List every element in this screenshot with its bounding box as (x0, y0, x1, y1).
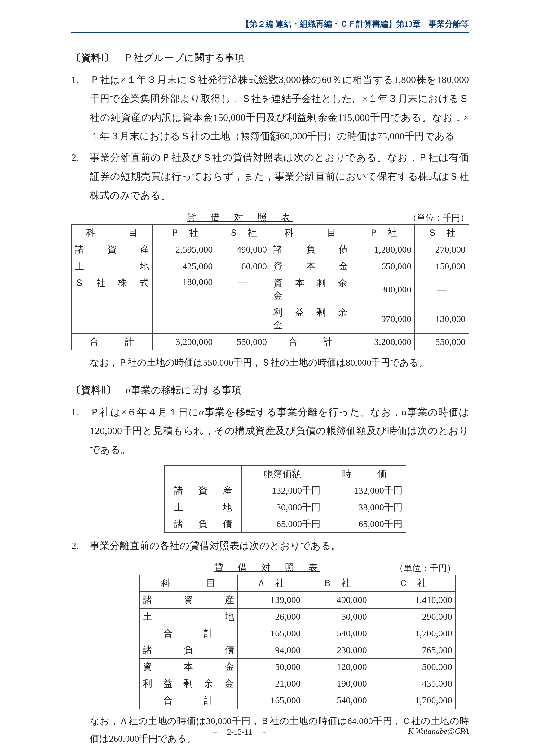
item-number: 1. (71, 70, 90, 146)
cell: 負 (306, 243, 316, 256)
cell: 139,000 (238, 591, 304, 608)
cell: 諸 (75, 243, 84, 256)
cell: 3,200,000 (153, 333, 216, 350)
cell: 合 計 (288, 336, 333, 348)
cell: 2,595,000 (153, 241, 216, 258)
cell: 130,000 (415, 304, 469, 333)
cell: 540,000 (304, 692, 370, 709)
cell: 利 益 剰 余 金 (143, 677, 234, 690)
cell: 諸 (143, 644, 152, 657)
section2-title: 〔資料Ⅱ〕 α事業の移転に関する事項 (71, 384, 469, 397)
cell: 540,000 (304, 625, 370, 642)
cell: 26,000 (238, 608, 304, 625)
section1-title: 〔資料Ⅰ〕 Ｐ社グループに関する事項 (71, 51, 469, 65)
cell: 地 (223, 501, 232, 514)
item-text: 事業分離直前の各社の貸借対照表は次のとおりである。 (90, 536, 469, 555)
page-header: 【第２編 連結・組織再編・ＣＦ計算書編】第13章 事業分離等 (71, 18, 469, 33)
cell: 資 (107, 243, 117, 256)
col-head: Ａ 社 (238, 575, 304, 591)
cell: 諸 (174, 484, 183, 497)
col-head: Ｐ 社 (351, 224, 415, 241)
cell: 金 (339, 260, 348, 273)
cell: 諸 (273, 243, 283, 256)
col-head: Ｓ 社 (415, 224, 469, 241)
cell: 利 益 剰 余 金 (273, 306, 348, 332)
cell: 165,000 (238, 692, 304, 709)
cell: Ｓ 社 株 式 (75, 277, 149, 289)
cell: 資 (273, 260, 283, 273)
cell: 300,000 (351, 275, 415, 304)
cell: 資 (184, 594, 193, 607)
cell: 債 (223, 518, 232, 530)
cell: 180,000 (153, 275, 216, 333)
cell: 132,000千円 (242, 482, 324, 499)
balance-sheet-3: 科 目 Ａ 社 Ｂ 社 Ｃ 社 諸資産 139,000 490,000 1,41… (139, 575, 456, 709)
list-item: 1. Ｐ社は×１年３月末にＳ社発行済株式総数3,000株の60％に相当する1,8… (71, 70, 469, 146)
cell: 1,280,000 (351, 241, 415, 258)
cell: 負 (198, 518, 208, 530)
section1-text: Ｐ社グループに関する事項 (114, 52, 244, 63)
cell: 21,000 (238, 675, 304, 692)
cell: 490,000 (216, 241, 270, 258)
cell: 290,000 (370, 608, 455, 625)
col-head: 科 目 (285, 227, 337, 239)
cell: 地 (140, 260, 149, 273)
cell: 1,700,000 (370, 625, 455, 642)
table3-unit: （単位：千円） (395, 562, 456, 574)
cell: 50,000 (304, 608, 370, 625)
item-number: 1. (71, 403, 90, 459)
cell: 165,000 (238, 625, 304, 642)
cell: 500,000 (370, 659, 455, 675)
cell: 負 (184, 644, 193, 657)
cell: 債 (225, 644, 234, 657)
balance-sheet-1: 科 目 Ｐ 社 Ｓ 社 科 目 Ｐ 社 Ｓ 社 諸資産 2,595,000 49… (71, 224, 469, 350)
cell: 資 (198, 484, 208, 497)
cell: 425,000 (153, 258, 216, 275)
cell: 土 (75, 260, 84, 273)
cell: ― (415, 275, 469, 304)
list-item: 1. Ｐ社は×６年４月１日にα事業を移転する事業分離を行った。なお，α事業の時価… (71, 403, 469, 459)
item-text: Ｐ社は×１年３月末にＳ社発行済株式総数3,000株の60％に相当する1,800株… (90, 70, 469, 146)
cell: 諸 (174, 518, 183, 530)
cell: 金 (225, 661, 234, 673)
section2-tag: 〔資料Ⅱ〕 (71, 385, 116, 396)
col-head: 時 価 (342, 468, 387, 480)
section2-list-2: 2. 事業分離直前の各社の貸借対照表は次のとおりである。 (71, 536, 469, 555)
section2-text: α事業の移転に関する事項 (116, 385, 241, 396)
cell: 60,000 (216, 258, 270, 275)
table1-unit: （単位：千円） (408, 212, 469, 224)
cell: 合 計 (163, 694, 213, 707)
cell: 765,000 (370, 642, 455, 659)
cell: 本 (306, 260, 316, 273)
cell: 3,200,000 (351, 333, 415, 350)
asset-table: 帳簿価額 時 価 諸資産 132,000千円 132,000千円 土地 30,0… (164, 465, 406, 533)
cell: 970,000 (351, 304, 415, 333)
cell: 120,000 (304, 659, 370, 675)
item-text: Ｐ社は×６年４月１日にα事業を移転する事業分離を行った。なお，α事業の時価は12… (90, 403, 469, 459)
item-number: 2. (71, 148, 90, 204)
cell: 土 (143, 610, 152, 623)
cell: 諸 (143, 594, 152, 607)
cell: 550,000 (216, 333, 270, 350)
page-footer: － 2-13-11 － K.Watanabe@CPA (0, 727, 534, 738)
cell: 435,000 (370, 675, 455, 692)
page-number: － 2-13-11 － (71, 727, 408, 738)
cell: 産 (223, 484, 232, 497)
col-head: Ｃ 社 (370, 575, 455, 591)
item-number: 2. (71, 536, 90, 555)
cell: 132,000千円 (324, 482, 406, 499)
cell: 債 (339, 243, 348, 256)
col-head: Ｓ 社 (216, 224, 270, 241)
list-item: 2. 事業分離直前のＰ社及びＳ社の貸借対照表は次のとおりである。なお，Ｐ社は有価… (71, 148, 469, 204)
cell: 土 (174, 501, 183, 514)
cell: 150,000 (415, 258, 469, 275)
cell: 資 (143, 661, 152, 673)
cell: 1,700,000 (370, 692, 455, 709)
cell: 30,000千円 (242, 499, 324, 516)
col-head: 科 目 (161, 577, 216, 590)
section1-tag: 〔資料Ⅰ〕 (71, 52, 114, 63)
cell: 本 (184, 661, 193, 673)
col-head: 科 目 (86, 227, 138, 239)
col-head: 帳簿価額 (242, 465, 324, 482)
item-text: 事業分離直前のＰ社及びＳ社の貸借対照表は次のとおりである。なお，Ｐ社は有価証券の… (90, 148, 469, 204)
